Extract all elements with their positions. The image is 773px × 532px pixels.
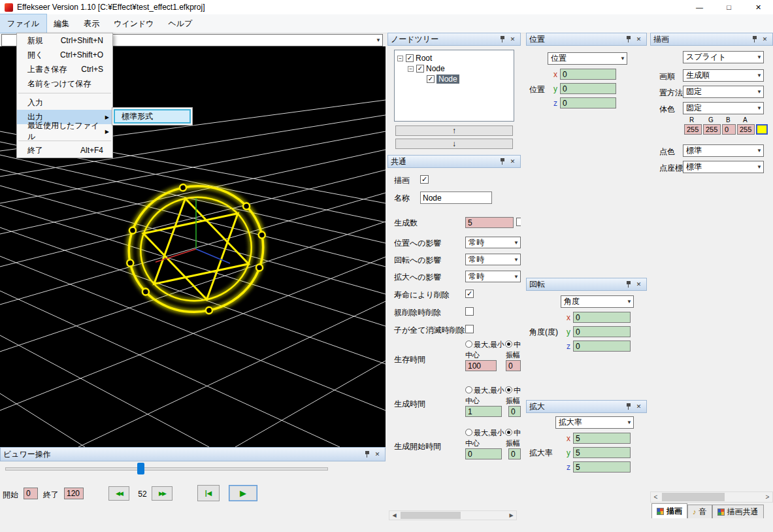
scroll-right-icon[interactable]: ▶ bbox=[506, 511, 516, 520]
scroll-left-icon[interactable]: < bbox=[651, 492, 661, 502]
scale-influence-select[interactable]: 常時 ▼ bbox=[465, 271, 521, 282]
position-x-field[interactable]: 0 bbox=[560, 69, 616, 80]
draw-order-select[interactable]: 生成順 ▼ bbox=[683, 69, 764, 82]
end-frame-field[interactable]: 120 bbox=[64, 488, 84, 499]
rotation-method-select[interactable]: 角度 ▼ bbox=[561, 295, 634, 308]
close-panel-icon[interactable]: ✕ bbox=[760, 35, 770, 44]
remove-on-parent-checkbox[interactable] bbox=[465, 307, 474, 316]
menu-edit[interactable]: 編集 bbox=[46, 14, 76, 33]
close-panel-icon[interactable]: ✕ bbox=[634, 35, 644, 44]
menu-help[interactable]: ヘルプ bbox=[161, 14, 200, 33]
menu-item-save[interactable]: 上書き保存 Ctrl+S bbox=[17, 62, 112, 76]
remove-on-lifetime-checkbox[interactable]: ✓ bbox=[465, 290, 474, 298]
color-a-field[interactable]: 255 bbox=[737, 124, 755, 135]
close-panel-icon[interactable]: ✕ bbox=[508, 157, 518, 166]
menu-item-exit[interactable]: 終了 Alt+F4 bbox=[17, 143, 112, 158]
tree-row-child-node[interactable]: ✓ Node bbox=[427, 74, 459, 84]
color-r-field[interactable]: 255 bbox=[684, 124, 702, 135]
rotation-x-field[interactable]: 0 bbox=[573, 312, 631, 323]
menu-item-standard-format[interactable]: 標準形式 bbox=[114, 109, 191, 124]
menu-window[interactable]: ウインドウ bbox=[107, 14, 161, 33]
draw-flag-checkbox[interactable]: ✓ bbox=[420, 175, 429, 184]
pos-influence-select[interactable]: 常時 ▼ bbox=[465, 237, 521, 248]
step-forward-button[interactable]: ▶▶ bbox=[152, 486, 173, 501]
lifetime-center-radio[interactable] bbox=[505, 341, 512, 348]
spawn-start-center-field[interactable]: 0 bbox=[465, 448, 502, 459]
move-node-down-button[interactable]: ↓ bbox=[395, 139, 513, 149]
placement-select[interactable]: 固定 ▼ bbox=[683, 86, 764, 98]
menu-item-open[interactable]: 開く Ctrl+Shift+O bbox=[17, 48, 112, 62]
vertex-color-select[interactable]: 標準 ▼ bbox=[683, 144, 764, 157]
collapse-icon[interactable]: − bbox=[408, 66, 414, 72]
rotation-z-field[interactable]: 0 bbox=[573, 341, 631, 352]
close-panel-icon[interactable]: ✕ bbox=[372, 450, 382, 459]
close-button[interactable]: ✕ bbox=[744, 0, 773, 14]
menu-item-new[interactable]: 新規 Ctrl+Shift+N bbox=[17, 33, 112, 48]
vertex-coord-select[interactable]: 標準 ▼ bbox=[683, 161, 764, 173]
spawn-start-amplitude-field[interactable]: 0 bbox=[508, 448, 521, 459]
collapse-icon[interactable]: − bbox=[397, 56, 403, 61]
color-swatch[interactable] bbox=[756, 124, 768, 135]
timeline-slider-thumb[interactable] bbox=[137, 463, 144, 474]
tab-draw[interactable]: 描画 bbox=[651, 503, 687, 518]
rotation-y-field[interactable]: 0 bbox=[573, 326, 631, 337]
node-checkbox[interactable]: ✓ bbox=[416, 65, 424, 73]
position-method-select[interactable]: 位置 ▼ bbox=[548, 52, 627, 65]
spawn-time-center-radio[interactable] bbox=[505, 386, 512, 393]
menu-item-input[interactable]: 入力 bbox=[17, 95, 112, 110]
common-panel-hscrollbar[interactable]: ◀ ▶ bbox=[389, 510, 517, 520]
step-back-button[interactable]: ◀◀ bbox=[108, 486, 129, 501]
scroll-right-icon[interactable]: > bbox=[763, 492, 772, 502]
body-color-select[interactable]: 固定 ▼ bbox=[683, 102, 764, 114]
scrollbar-thumb[interactable] bbox=[662, 493, 725, 501]
scroll-left-icon[interactable]: ◀ bbox=[389, 511, 399, 520]
node-tree[interactable]: − ✓ Root − ✓ Node ✓ Node bbox=[394, 50, 514, 122]
scale-method-select[interactable]: 拡大率 ▼ bbox=[555, 416, 634, 429]
child-node-checkbox[interactable]: ✓ bbox=[427, 75, 435, 83]
menu-item-recent-files[interactable]: 最近使用したファイル ▶ bbox=[17, 124, 112, 139]
spawn-time-maxmin-radio[interactable] bbox=[465, 386, 472, 393]
pin-icon[interactable] bbox=[498, 157, 508, 166]
pin-icon[interactable] bbox=[624, 402, 634, 411]
root-checkbox[interactable]: ✓ bbox=[406, 54, 414, 62]
scrollbar-thumb[interactable] bbox=[401, 512, 461, 519]
color-b-field[interactable]: 0 bbox=[722, 124, 736, 135]
position-y-field[interactable]: 0 bbox=[560, 83, 616, 94]
tab-sound[interactable]: ♪ 音 bbox=[687, 505, 712, 518]
pin-icon[interactable] bbox=[363, 450, 372, 459]
scale-y-field[interactable]: 5 bbox=[573, 447, 631, 458]
pin-icon[interactable] bbox=[498, 35, 508, 44]
remove-children-gone-checkbox[interactable] bbox=[465, 325, 474, 333]
lifetime-maxmin-radio[interactable] bbox=[465, 341, 472, 348]
tree-row-root[interactable]: − ✓ Root bbox=[397, 53, 432, 63]
spawn-time-center-field[interactable]: 1 bbox=[465, 406, 502, 417]
pin-icon[interactable] bbox=[624, 35, 634, 44]
play-button[interactable]: ▶ bbox=[229, 485, 257, 501]
move-node-up-button[interactable]: ↑ bbox=[395, 125, 513, 136]
scale-z-field[interactable]: 5 bbox=[573, 461, 631, 473]
rot-influence-select[interactable]: 常時 ▼ bbox=[465, 254, 521, 265]
close-panel-icon[interactable]: ✕ bbox=[634, 402, 644, 411]
maximize-button[interactable]: □ bbox=[714, 0, 744, 14]
go-to-start-button[interactable]: |◀ bbox=[197, 485, 220, 501]
timeline-slider-track[interactable] bbox=[5, 467, 328, 471]
close-panel-icon[interactable]: ✕ bbox=[508, 35, 518, 44]
renderer-type-select[interactable]: スプライト ▼ bbox=[683, 51, 764, 63]
spawn-count-field[interactable]: 5 bbox=[465, 217, 514, 228]
minimize-button[interactable]: — bbox=[685, 0, 714, 14]
position-z-field[interactable]: 0 bbox=[560, 97, 616, 108]
color-g-field[interactable]: 255 bbox=[703, 124, 721, 135]
lifetime-center-field[interactable]: 100 bbox=[465, 360, 497, 371]
spawn-start-center-radio[interactable] bbox=[505, 429, 512, 436]
draw-panel-hscrollbar[interactable]: < > bbox=[650, 491, 773, 503]
spawn-count-infinite-checkbox[interactable] bbox=[516, 218, 521, 226]
tree-row-node[interactable]: − ✓ Node bbox=[408, 63, 445, 74]
lifetime-amplitude-field[interactable]: 0 bbox=[506, 360, 521, 371]
start-frame-field[interactable]: 0 bbox=[24, 488, 38, 499]
tab-draw-common[interactable]: 描画共通 bbox=[712, 505, 764, 518]
spawn-start-maxmin-radio[interactable] bbox=[465, 429, 472, 436]
menu-view[interactable]: 表示 bbox=[76, 14, 107, 33]
scale-x-field[interactable]: 5 bbox=[573, 433, 631, 444]
pin-icon[interactable] bbox=[624, 280, 634, 289]
menu-file[interactable]: ファイル bbox=[0, 14, 46, 33]
